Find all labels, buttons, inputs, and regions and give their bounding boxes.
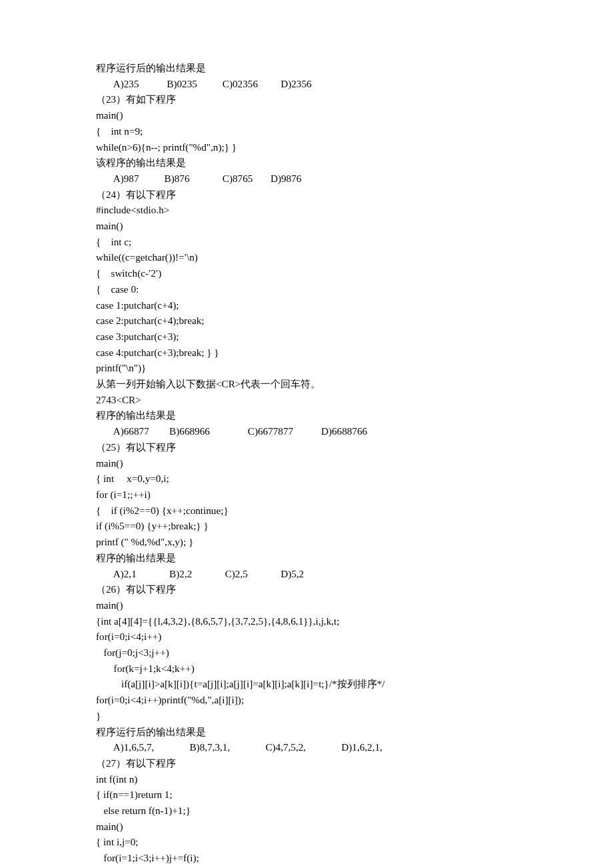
text-line: main() [96, 455, 526, 471]
text-line: { int n=9; [96, 123, 526, 139]
text-line: main() [96, 819, 526, 835]
text-line: printf("\n")} [96, 360, 526, 376]
text-line: case 1:putchar(c+4); [96, 297, 526, 313]
text-line: （27）有以下程序 [96, 755, 526, 771]
text-line: （26）有以下程序 [96, 581, 526, 597]
text-line: 程序的输出结果是 [96, 550, 526, 566]
text-line: 程序的输出结果是 [96, 407, 526, 423]
text-line: （25）有以下程序 [96, 439, 526, 455]
text-line: { case 0: [96, 281, 526, 297]
text-line: A)987 B)876 C)8765 D)9876 [96, 171, 526, 187]
text-line: for (i=1;;++i) [96, 487, 526, 503]
text-line: { int x=0,y=0,i; [96, 471, 526, 487]
text-line: for(i=0;i<4;i++)printf("%d,",a[i][i]); [96, 692, 526, 708]
text-line: 2743<CR> [96, 392, 526, 408]
text-line: 程序运行后的输出结果是 [96, 60, 526, 76]
text-line: case 4:putchar(c+3);break; } } [96, 345, 526, 361]
document-body: 程序运行后的输出结果是 A)235 B)0235 C)02356 D)2356（… [96, 60, 526, 868]
text-line: { switch(c-′2′) [96, 265, 526, 281]
text-line: （24）有以下程序 [96, 187, 526, 203]
text-line: main() [96, 218, 526, 234]
text-line: A)66877 B)668966 C)6677877 D)6688766 [96, 423, 526, 439]
text-line: A)235 B)0235 C)02356 D)2356 [96, 76, 526, 92]
text-line: main() [96, 107, 526, 123]
text-line: A)2,1 B)2,2 C)2,5 D)5,2 [96, 566, 526, 582]
text-line: 从第一列开始输入以下数据<CR>代表一个回车符。 [96, 376, 526, 392]
text-line: { if(n==1)return 1; [96, 787, 526, 803]
text-line: { if (i%2==0) {x++;continue;} [96, 503, 526, 519]
text-line: { int i,j=0; [96, 834, 526, 850]
text-line: if(a[j][i]>a[k][i]){t=a[j][i];a[j][i]=a[… [96, 676, 526, 692]
text-line: A)1,6,5,7, B)8,7,3,1, C)4,7,5,2, D)1,6,2… [96, 739, 526, 755]
text-line: while(n>6){n--; printf("%d",n);} } [96, 139, 526, 155]
text-line: case 3:putchar(c+3); [96, 329, 526, 345]
text-line: {int a[4][4]={{l,4,3,2},{8,6,5,7},{3,7,2… [96, 613, 526, 629]
text-line: #include<stdio.h> [96, 202, 526, 218]
text-line: for(i=1;i<3;i++)j+=f(i); [96, 850, 526, 866]
text-line: main() [96, 597, 526, 613]
text-line: for(k=j+1;k<4;k++) [96, 661, 526, 677]
text-line: } [96, 708, 526, 724]
text-line: 该程序的输出结果是 [96, 155, 526, 171]
text-line: case 2:putchar(c+4);break; [96, 313, 526, 329]
text-line: else return f(n-1)+1;} [96, 803, 526, 819]
text-line: for(i=0;i<4;i++) [96, 629, 526, 645]
text-line: 程序运行后的输出结果是 [96, 724, 526, 740]
text-line: while((c=getchar())!=′\n) [96, 249, 526, 265]
text-line: { int c; [96, 234, 526, 250]
text-line: for(j=0;j<3;j++) [96, 645, 526, 661]
text-line: printf (" %d,%d",x,y); } [96, 534, 526, 550]
text-line: （23）有如下程序 [96, 91, 526, 107]
text-line: if (i%5==0) {y++;break;} } [96, 518, 526, 534]
text-line: int f(int n) [96, 771, 526, 787]
